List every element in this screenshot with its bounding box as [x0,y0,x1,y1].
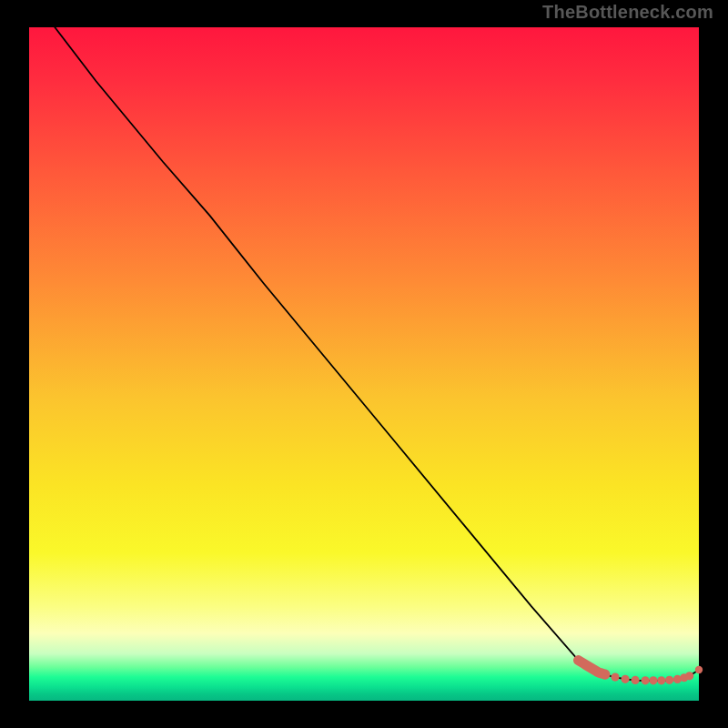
marker-dot [665,676,673,684]
chart-overlay [29,27,699,701]
marker-dot [611,673,619,682]
marker-thick-segment [579,661,605,675]
marker-dot [631,676,639,684]
marker-dot [649,676,657,684]
watermark-text: TheBottleneck.com [542,2,713,23]
marker-dot [695,666,703,673]
chart-stage: TheBottleneck.com [0,0,728,728]
bottleneck-curve [29,0,699,681]
marker-dot [657,676,665,684]
marker-dot [685,672,693,680]
marker-dot [642,676,650,684]
marker-dot [621,675,629,683]
